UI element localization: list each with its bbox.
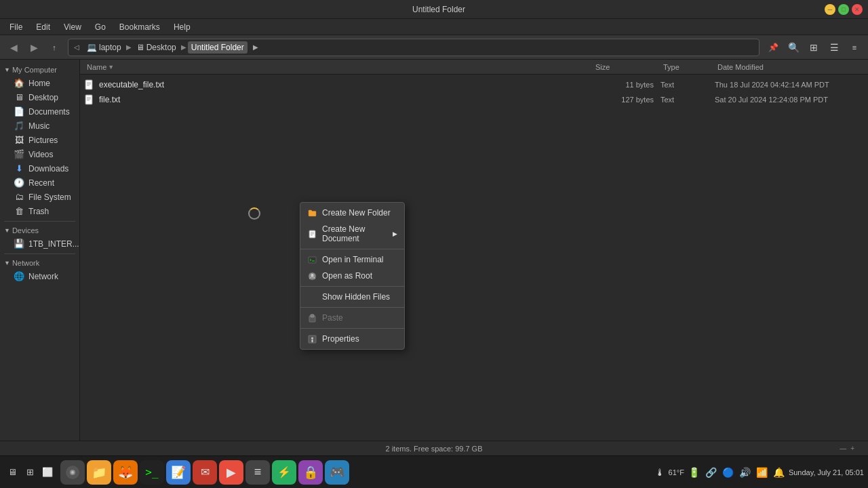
breadcrumb-laptop-label: laptop bbox=[99, 43, 121, 52]
up-button[interactable]: ↑ bbox=[45, 38, 64, 57]
sidebar-item-network[interactable]: 🌐 Network bbox=[1, 269, 78, 283]
ctx-properties[interactable]: Properties bbox=[300, 331, 404, 347]
sidebar-item-filesystem[interactable]: 🗂 File System bbox=[1, 190, 78, 204]
section-network-label: Network bbox=[12, 259, 39, 267]
view-grid-button[interactable]: ⊞ bbox=[804, 38, 823, 57]
taskbar-system-settings[interactable] bbox=[60, 460, 85, 485]
menu-view[interactable]: View bbox=[58, 21, 87, 33]
sidebar-downloads-label: Downloads bbox=[28, 164, 68, 174]
sidebar-item-documents[interactable]: 📄 Documents bbox=[1, 104, 78, 119]
volume-icon[interactable]: 🔊 bbox=[738, 466, 752, 479]
sidebar-item-1tb[interactable]: 💾 1TB_INTER... ⏏ bbox=[1, 237, 78, 251]
menu-edit[interactable]: Edit bbox=[31, 21, 56, 33]
section-devices-label: Devices bbox=[12, 226, 39, 235]
taskbar-app9[interactable]: 🔒 bbox=[298, 460, 323, 485]
sidebar-item-desktop[interactable]: 🖥 Desktop bbox=[1, 90, 78, 104]
svg-rect-20 bbox=[311, 340, 313, 342]
ctx-divider4 bbox=[300, 328, 404, 329]
taskbar-app6[interactable]: ▶ bbox=[219, 460, 243, 485]
breadcrumb-desktop[interactable]: 🖥 Desktop bbox=[133, 41, 180, 54]
col-header-modified[interactable]: Date Modified bbox=[715, 63, 864, 71]
app8-icon: ⚡ bbox=[277, 466, 291, 479]
titlebar-controls: ─ □ ✕ bbox=[825, 4, 863, 15]
menu-file[interactable]: File bbox=[4, 21, 28, 33]
file-area[interactable]: Name ▼ Size Type Date Modified bbox=[80, 60, 868, 441]
sidebar-section-network[interactable]: ▼ Network bbox=[0, 257, 79, 269]
sidebar-item-videos[interactable]: 🎬 Videos bbox=[1, 147, 78, 161]
ctx-create-new-folder[interactable]: Create New Folder bbox=[300, 205, 404, 221]
statusbar-zoom2: + bbox=[850, 445, 854, 452]
col-header-type[interactable]: Type bbox=[660, 63, 715, 71]
ctx-open-terminal-label: Open in Terminal bbox=[322, 255, 397, 264]
taskbar-files[interactable]: 📁 bbox=[87, 460, 111, 485]
bluetooth-icon[interactable]: 🔵 bbox=[721, 466, 735, 479]
taskbar-text-editor[interactable]: 📝 bbox=[166, 460, 191, 485]
search-button[interactable]: 🔍 bbox=[784, 38, 803, 57]
ctx-open-terminal[interactable]: Open in Terminal bbox=[300, 251, 404, 268]
taskbar-app7[interactable]: ≡ bbox=[245, 460, 270, 485]
breadcrumb-back-icon[interactable]: ◁ bbox=[71, 41, 82, 54]
taskbar-windows[interactable]: ⬜ bbox=[39, 464, 56, 481]
sidebar-item-home[interactable]: 🏠 Home bbox=[1, 76, 78, 90]
breadcrumb-laptop[interactable]: 💻 laptop bbox=[83, 41, 125, 54]
minimize-button[interactable]: ─ bbox=[825, 4, 835, 15]
battery-icon[interactable]: 🔋 bbox=[687, 466, 701, 479]
firefox-icon: 🦊 bbox=[118, 465, 133, 480]
network-sidebar-icon: 🌐 bbox=[14, 271, 24, 281]
breadcrumb-forward-icon[interactable]: ▶ bbox=[250, 41, 261, 54]
file-name-0: executable_file.txt bbox=[99, 80, 593, 89]
menu-bookmarks[interactable]: Bookmarks bbox=[114, 21, 165, 33]
back-button[interactable]: ◀ bbox=[4, 38, 23, 57]
network-tray-icon[interactable]: 🔗 bbox=[704, 466, 718, 479]
sidebar-divider1 bbox=[4, 221, 75, 222]
sidebar-section-devices[interactable]: ▼ Devices bbox=[0, 224, 79, 237]
ctx-create-document-label: Create New Document bbox=[322, 224, 387, 243]
taskbar-show-desktop[interactable]: 🖥 bbox=[4, 464, 20, 481]
taskbar-app10[interactable]: 🎮 bbox=[325, 460, 349, 485]
maximize-button[interactable]: □ bbox=[838, 4, 849, 15]
file-list: executable_file.txt 11 bytes Text Thu 18… bbox=[80, 75, 868, 110]
menu-help[interactable]: Help bbox=[168, 21, 196, 33]
col-header-size[interactable]: Size bbox=[593, 63, 660, 71]
section-arrow-icon: ▼ bbox=[4, 66, 10, 73]
ctx-create-new-document[interactable]: Create New Document ▶ bbox=[300, 221, 404, 247]
sidebar-item-recent[interactable]: 🕐 Recent bbox=[1, 176, 78, 190]
loading-spinner bbox=[248, 207, 260, 220]
taskbar-email[interactable]: ✉ bbox=[193, 460, 217, 485]
forward-button[interactable]: ▶ bbox=[24, 38, 43, 57]
svg-point-23 bbox=[71, 471, 74, 474]
sidebar-home-label: Home bbox=[28, 79, 50, 88]
sidebar-item-trash[interactable]: 🗑 Trash bbox=[1, 204, 78, 218]
recent-icon: 🕐 bbox=[14, 178, 24, 188]
notifications-icon[interactable]: 🔔 bbox=[772, 466, 786, 479]
breadcrumb-current[interactable]: Untitled Folder bbox=[188, 41, 248, 54]
ctx-show-hidden[interactable]: Show Hidden Files bbox=[300, 289, 404, 305]
taskbar-workspaces[interactable]: ⊞ bbox=[22, 464, 38, 481]
taskbar-terminal[interactable]: >_ bbox=[140, 460, 164, 485]
wifi-icon[interactable]: 📶 bbox=[755, 466, 769, 479]
desktop-icon: 🖥 bbox=[136, 43, 144, 52]
table-row[interactable]: file.txt 127 bytes Text Sat 20 Jul 2024 … bbox=[80, 92, 868, 107]
pin-button[interactable]: 📌 bbox=[764, 38, 783, 57]
sidebar-item-downloads[interactable]: ⬇ Downloads bbox=[1, 161, 78, 176]
ctx-open-as-root[interactable]: Open as Root bbox=[300, 268, 404, 284]
close-button[interactable]: ✕ bbox=[852, 4, 863, 15]
col-header-name[interactable]: Name ▼ bbox=[84, 63, 593, 71]
ctx-root-icon bbox=[307, 271, 317, 281]
sidebar-filesystem-label: File System bbox=[28, 192, 71, 202]
sidebar-section-my-computer[interactable]: ▼ My Computer bbox=[0, 64, 79, 76]
sidebar-item-pictures[interactable]: 🖼 Pictures bbox=[1, 133, 78, 147]
view-list-button[interactable]: ☰ bbox=[825, 38, 844, 57]
ctx-paste-icon bbox=[307, 313, 317, 323]
taskbar-firefox[interactable]: 🦊 bbox=[113, 460, 138, 485]
menu-go[interactable]: Go bbox=[90, 21, 111, 33]
videos-icon: 🎬 bbox=[14, 149, 24, 159]
table-row[interactable]: executable_file.txt 11 bytes Text Thu 18… bbox=[80, 77, 868, 92]
taskbar-app8[interactable]: ⚡ bbox=[272, 460, 296, 485]
sidebar-trash-label: Trash bbox=[28, 207, 49, 216]
file-modified-1: Sat 20 Jul 2024 12:24:08 PM PDT bbox=[715, 96, 864, 104]
view-menu-button[interactable]: ≡ bbox=[845, 38, 864, 57]
sidebar-item-music[interactable]: 🎵 Music bbox=[1, 119, 78, 133]
laptop-icon: 💻 bbox=[87, 43, 97, 52]
ctx-create-folder-label: Create New Folder bbox=[322, 208, 397, 218]
